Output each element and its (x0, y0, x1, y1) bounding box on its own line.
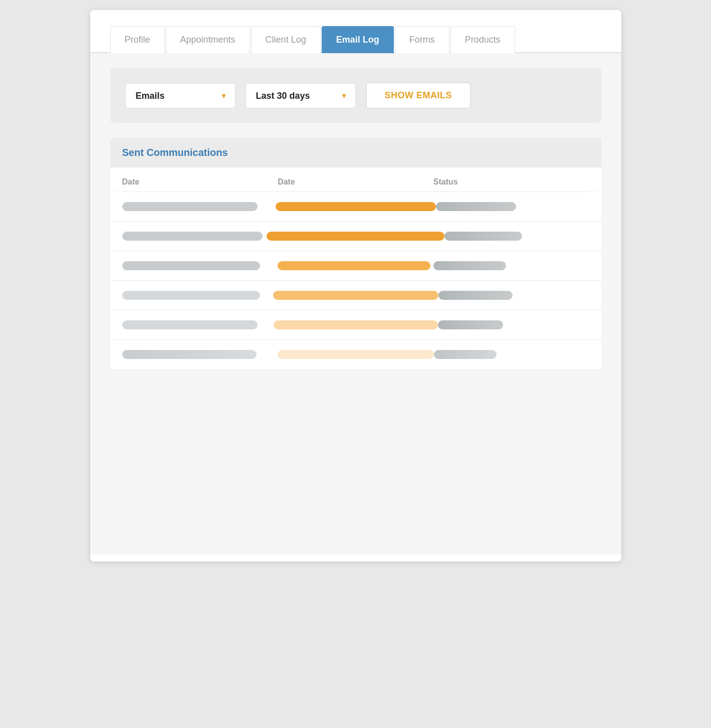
table-header: Date Date Status (110, 167, 601, 192)
row2-col3 (444, 232, 589, 241)
tab-profile[interactable]: Profile (110, 26, 165, 53)
period-select[interactable]: Last 30 days Last 7 days Last 90 days Al… (246, 83, 356, 108)
skeleton-bar (436, 202, 516, 211)
tab-email-log[interactable]: Email Log (322, 26, 394, 53)
table-row (110, 251, 601, 280)
content-area: Emails SMS ▼ Last 30 days Last 7 days La… (90, 53, 621, 555)
skeleton-bar (122, 291, 260, 300)
skeleton-bar (438, 320, 503, 329)
row4-col3 (438, 291, 589, 300)
row2-col2 (267, 232, 444, 241)
skeleton-bar (122, 320, 258, 329)
skeleton-bar (122, 202, 258, 211)
row4-col1 (122, 291, 273, 300)
table-row (110, 221, 601, 251)
skeleton-bar (122, 232, 263, 241)
row5-col2 (274, 320, 438, 329)
skeleton-bar (438, 291, 513, 300)
row6-col2 (278, 350, 434, 359)
skeleton-bar (433, 261, 506, 270)
type-select-wrapper: Emails SMS ▼ (125, 83, 235, 108)
row3-col2 (278, 261, 433, 270)
skeleton-bar (267, 232, 444, 241)
col-header-status: Status (433, 177, 589, 187)
col-header-date2: Date (278, 177, 433, 187)
sent-section: Sent Communications Date Date Status (110, 138, 601, 369)
tab-forms[interactable]: Forms (395, 26, 449, 53)
row1-col1 (122, 202, 276, 211)
type-select[interactable]: Emails SMS (125, 83, 235, 108)
row3-col1 (122, 261, 278, 270)
sent-section-header: Sent Communications (110, 138, 601, 167)
sent-section-title: Sent Communications (122, 147, 228, 158)
row6-col1 (122, 350, 278, 359)
skeleton-bar (276, 202, 436, 211)
filter-bar: Emails SMS ▼ Last 30 days Last 7 days La… (110, 68, 601, 123)
row4-col2 (273, 291, 438, 300)
skeleton-bar (274, 320, 438, 329)
skeleton-bar (122, 261, 260, 270)
row1-col3 (436, 202, 589, 211)
row5-col3 (438, 320, 589, 329)
row5-col1 (122, 320, 274, 329)
skeleton-bar (278, 350, 434, 359)
skeleton-bar (122, 350, 257, 359)
tab-client-log[interactable]: Client Log (251, 26, 321, 53)
table-row (110, 192, 601, 221)
show-emails-button[interactable]: SHOW EMAILS (366, 82, 471, 109)
skeleton-bar (273, 291, 438, 300)
row3-col3 (433, 261, 589, 270)
table-row (110, 339, 601, 369)
skeleton-bar (278, 261, 430, 270)
row6-col3 (434, 350, 589, 359)
tab-products[interactable]: Products (450, 26, 515, 53)
col-header-date1: Date (122, 177, 278, 187)
table-row (110, 280, 601, 310)
table-row (110, 310, 601, 339)
row2-col1 (122, 232, 267, 241)
tab-appointments[interactable]: Appointments (166, 26, 250, 53)
page-container: Profile Appointments Client Log Email Lo… (90, 10, 621, 562)
skeleton-bar (434, 350, 497, 359)
skeleton-bar (444, 232, 522, 241)
row1-col2 (276, 202, 436, 211)
tabs-container: Profile Appointments Client Log Email Lo… (90, 10, 621, 53)
period-select-wrapper: Last 30 days Last 7 days Last 90 days Al… (246, 83, 356, 108)
